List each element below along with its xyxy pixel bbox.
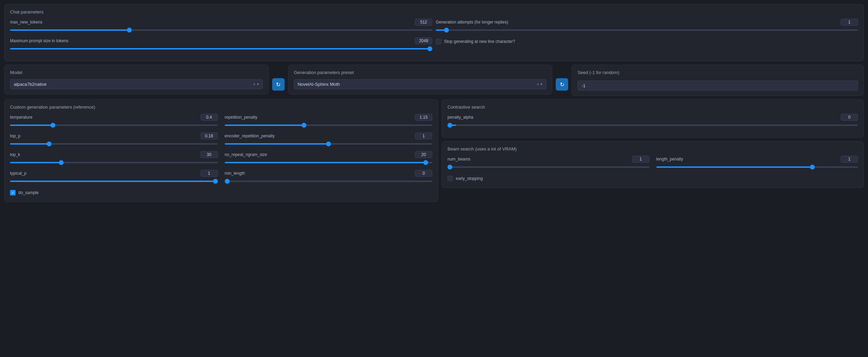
no-repeat-value: 20 (415, 151, 432, 158)
model-select-row: alpaca7b2native × ▾ (10, 79, 263, 89)
stop-newline-row: Stop generating at new line character? (436, 37, 858, 46)
top-p-slider[interactable] (10, 143, 218, 145)
enc-rep-penalty-slider[interactable] (225, 143, 433, 145)
min-length-value: 0 (415, 170, 432, 177)
no-repeat-row: no_repeat_ngram_size 20 (225, 151, 433, 166)
custom-params-panel: Custom generation parameters (reference)… (4, 99, 438, 202)
seed-input[interactable] (578, 81, 858, 91)
chat-params-left: max_new_tokens 512 Maximum prompt size i… (10, 19, 432, 56)
preset-selected-value: NovelAI-Sphinx Moth (298, 82, 340, 87)
custom-params-right: repetition_penalty 1.15 encoder_repetiti… (225, 114, 433, 197)
model-clear-icon[interactable]: × (253, 82, 256, 87)
no-repeat-slider[interactable] (225, 162, 433, 163)
max-prompt-slider-container (10, 46, 432, 52)
typical-p-label: typical_p (10, 171, 26, 176)
preset-panel: Generation parameters preset NovelAI-Sph… (288, 65, 553, 94)
penalty-alpha-row: penalty_alpha 0 (447, 114, 858, 128)
model-reload-wrapper: ↻ (272, 65, 285, 94)
top-p-label: top_p (10, 134, 20, 138)
preset-select[interactable]: NovelAI-Sphinx Moth × ▾ (294, 79, 547, 89)
model-select[interactable]: alpaca7b2native × ▾ (10, 79, 263, 89)
length-penalty-value: 1 (841, 156, 858, 163)
custom-params-title: Custom generation parameters (reference) (10, 104, 432, 110)
chat-params-row: max_new_tokens 512 Maximum prompt size i… (10, 19, 858, 56)
seed-title: Seed (-1 for random) (578, 70, 858, 75)
gen-attempts-value: 1 (841, 19, 858, 26)
app-layout: Chat parameters max_new_tokens 512 Maxim… (4, 4, 864, 202)
length-penalty-label: length_penalty (656, 157, 683, 162)
chat-params-title: Chat parameters (10, 9, 858, 15)
model-selected-value: alpaca7b2native (14, 82, 47, 87)
rep-penalty-value: 1.15 (415, 114, 432, 121)
preset-reload-button[interactable]: ↻ (556, 78, 568, 91)
model-panel: Model alpaca7b2native × ▾ (4, 65, 269, 94)
stop-newline-checkbox[interactable] (436, 39, 441, 44)
chat-params-panel: Chat parameters max_new_tokens 512 Maxim… (4, 4, 864, 61)
num-beams-label: num_beams (447, 157, 470, 162)
preset-section: Generation parameters preset NovelAI-Sph… (288, 65, 569, 94)
temperature-slider[interactable] (10, 125, 218, 126)
bottom-row: Custom generation parameters (reference)… (4, 99, 864, 202)
temperature-row: temperature 0.4 (10, 114, 218, 128)
min-length-label: min_length (225, 171, 245, 176)
max-prompt-label: Maximum prompt size in tokens (10, 38, 68, 43)
top-k-row: top_k 30 (10, 151, 218, 166)
enc-rep-penalty-value: 1 (415, 132, 432, 139)
max-prompt-slider[interactable] (10, 48, 432, 49)
max-new-tokens-row: max_new_tokens 512 (10, 19, 432, 33)
model-title: Model (10, 70, 263, 75)
early-stopping-checkbox[interactable] (447, 176, 453, 181)
min-length-row: min_length 0 (225, 170, 433, 184)
min-length-slider[interactable] (225, 181, 433, 182)
max-prompt-value: 2048 (415, 37, 432, 44)
gen-attempts-row: Generation attempts (for longer replies)… (436, 19, 858, 33)
do-sample-checkbox[interactable]: ✓ (10, 190, 16, 195)
temperature-value: 0.4 (201, 114, 218, 121)
model-section: Model alpaca7b2native × ▾ ↻ (4, 65, 285, 94)
preset-title: Generation parameters preset (294, 70, 547, 75)
length-penalty-row: length_penalty 1 (656, 156, 858, 170)
max-prompt-size-row: Maximum prompt size in tokens 2048 (10, 37, 432, 52)
typical-p-value: 1 (201, 170, 218, 177)
rep-penalty-slider[interactable] (225, 125, 433, 126)
preset-dropdown-icon[interactable]: ▾ (541, 82, 543, 86)
early-stopping-row: early_stopping (447, 174, 858, 183)
do-sample-label: do_sample (18, 190, 39, 195)
beam-params-row: num_beams 1 length_penalty 1 (447, 156, 858, 174)
beam-title: Beam search (uses a lot of VRAM) (447, 146, 858, 152)
model-dropdown-icon[interactable]: ▾ (257, 82, 259, 86)
top-k-label: top_k (10, 152, 20, 157)
max-new-tokens-label: max_new_tokens (10, 20, 42, 25)
no-repeat-label: no_repeat_ngram_size (225, 152, 267, 157)
penalty-alpha-slider[interactable] (447, 125, 858, 126)
num-beams-slider[interactable] (447, 166, 649, 168)
preset-reload-wrapper: ↻ (556, 65, 568, 94)
temperature-label: temperature (10, 115, 33, 120)
gen-attempts-slider[interactable] (436, 29, 858, 31)
chat-params-right: Generation attempts (for longer replies)… (436, 19, 858, 56)
early-stopping-label: early_stopping (456, 176, 483, 181)
custom-params-left: temperature 0.4 top_p 0.18 (10, 114, 218, 197)
right-panels: Contrastive search penalty_alpha 0 Beam … (442, 99, 864, 188)
enc-rep-penalty-row: encoder_repetition_penalty 1 (225, 132, 433, 147)
top-k-slider[interactable] (10, 162, 218, 163)
do-sample-check-icon: ✓ (11, 191, 15, 195)
length-penalty-slider[interactable] (656, 166, 858, 168)
typical-p-row: typical_p 1 (10, 170, 218, 184)
typical-p-slider[interactable] (10, 181, 218, 182)
do-sample-row: ✓ do_sample (10, 189, 218, 197)
seed-panel: Seed (-1 for random) (572, 65, 864, 96)
model-reload-button[interactable]: ↻ (272, 78, 285, 91)
contrastive-title: Contrastive search (447, 104, 858, 110)
penalty-alpha-label: penalty_alpha (447, 115, 473, 120)
contrastive-panel: Contrastive search penalty_alpha 0 (442, 99, 864, 138)
top-p-value: 0.18 (201, 132, 218, 139)
penalty-alpha-value: 0 (841, 114, 858, 121)
top-p-row: top_p 0.18 (10, 132, 218, 147)
model-preset-row: Model alpaca7b2native × ▾ ↻ Genera (4, 65, 864, 96)
preset-clear-icon[interactable]: × (537, 82, 539, 87)
custom-params-grid: temperature 0.4 top_p 0.18 (10, 114, 432, 197)
top-k-value: 30 (201, 151, 218, 158)
max-new-tokens-slider[interactable] (10, 29, 432, 31)
num-beams-value: 1 (632, 156, 649, 163)
